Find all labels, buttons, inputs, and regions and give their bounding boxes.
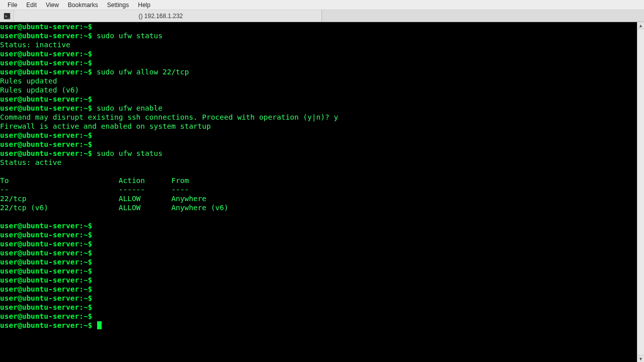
tabbar: >_ () 192.168.1.232 [0,10,644,22]
command-text: sudo ufw enable [97,104,163,112]
menu-view[interactable]: View [41,1,63,10]
prompt-line: user@ubuntu-server:~$ [0,303,637,312]
output-text: Rules updated [0,77,57,85]
prompt-line: user@ubuntu-server:~$ [0,239,637,248]
session-tab[interactable]: >_ () 192.168.1.232 [0,10,322,22]
prompt-line: user@ubuntu-server:~$ [0,140,637,149]
prompt-line: user@ubuntu-server:~$ sudo ufw status [0,149,637,158]
prompt-line: user@ubuntu-server:~$ [0,257,637,266]
prompt-line: user@ubuntu-server:~$ [0,58,637,67]
output-line: 22/tcp ALLOW Anywhere [0,194,637,203]
output-line: Rules updated [0,76,637,85]
terminal[interactable]: user@ubuntu-server:~$ user@ubuntu-server… [0,22,637,362]
command-text: sudo ufw status [97,149,163,157]
prompt-line: user@ubuntu-server:~$ [0,221,637,230]
output-line: Command may disrupt existing ssh connect… [0,113,637,122]
tab-title: () 192.168.1.232 [14,13,321,20]
menu-file[interactable]: File [3,1,22,10]
menu-bookmarks[interactable]: Bookmarks [63,1,103,10]
prompt-line: user@ubuntu-server:~$ sudo ufw status [0,31,637,40]
terminal-wrap: user@ubuntu-server:~$ user@ubuntu-server… [0,22,644,362]
terminal-icon: >_ [0,10,14,22]
output-text: Status: active [0,158,61,166]
scroll-down-icon[interactable]: ▼ [637,355,644,362]
output-line: Status: inactive [0,40,637,49]
menu-help[interactable]: Help [133,1,155,10]
prompt-line: user@ubuntu-server:~$ [0,49,637,58]
output-line: 22/tcp (v6) ALLOW Anywhere (v6) [0,203,637,212]
output-text: 22/tcp ALLOW Anywhere [0,195,206,203]
output-line [0,167,637,176]
prompt-line: user@ubuntu-server:~$ [0,22,637,31]
prompt-line: user@ubuntu-server:~$ sudo ufw allow 22/… [0,67,637,76]
menu-edit[interactable]: Edit [22,1,41,10]
output-text: Firewall is active and enabled on system… [0,122,211,130]
output-text: 22/tcp (v6) ALLOW Anywhere (v6) [0,204,228,212]
prompt-line: user@ubuntu-server:~$ [0,266,637,276]
prompt-line: user@ubuntu-server:~$ [0,321,637,330]
menubar: File Edit View Bookmarks Settings Help [0,0,644,10]
prompt-line: user@ubuntu-server:~$ [0,230,637,239]
command-text: sudo ufw allow 22/tcp [97,68,189,76]
output-line: Firewall is active and enabled on system… [0,122,637,131]
svg-text:>_: >_ [5,14,10,18]
prompt-line: user@ubuntu-server:~$ [0,294,637,303]
cursor [97,321,102,329]
prompt-line: user@ubuntu-server:~$ [0,312,637,321]
prompt-line: user@ubuntu-server:~$ [0,95,637,104]
output-text: To Action From [0,176,189,185]
command-text: sudo ufw status [97,32,163,40]
scroll-up-icon[interactable]: ▲ [637,22,644,29]
prompt-line: user@ubuntu-server:~$ [0,131,637,140]
output-line: Rules updated (v6) [0,85,637,95]
output-line [0,212,637,221]
prompt-line: user@ubuntu-server:~$ sudo ufw enable [0,104,637,113]
output-line: -- ------ ---- [0,185,637,194]
prompt-line: user@ubuntu-server:~$ [0,285,637,294]
output-line: To Action From [0,176,637,185]
prompt-line: user@ubuntu-server:~$ [0,276,637,285]
output-text: Rules updated (v6) [0,86,79,94]
menu-settings[interactable]: Settings [103,1,133,10]
scrollbar[interactable]: ▲ ▼ [637,22,644,362]
output-text: Command may disrupt existing ssh connect… [0,113,338,121]
output-text: Status: inactive [0,41,70,49]
output-line: Status: active [0,158,637,167]
prompt-line: user@ubuntu-server:~$ [0,248,637,257]
output-text: -- ------ ---- [0,186,189,194]
